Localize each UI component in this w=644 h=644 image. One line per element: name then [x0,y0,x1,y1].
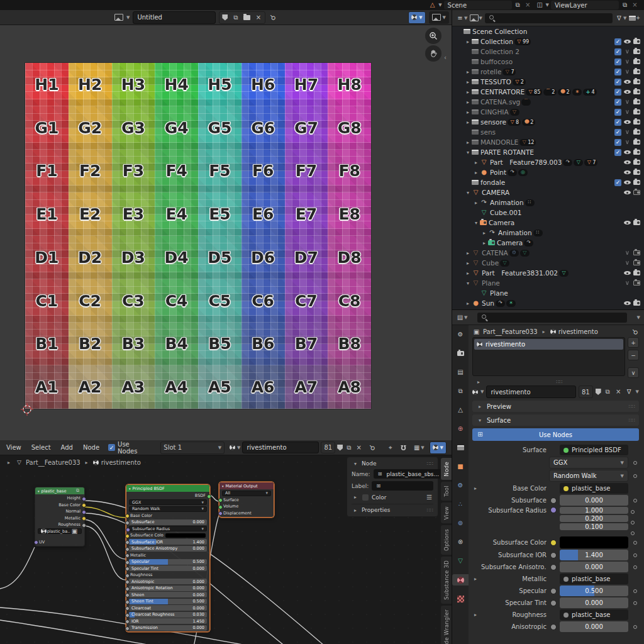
outliner-row[interactable]: ▸●Point↷◎ [452,167,644,177]
tab-view-layer[interactable]: ⧉ [453,386,467,397]
outliner-row[interactable]: sens✓∨ [452,127,644,137]
tab-texture[interactable] [453,593,467,604]
node-label-field[interactable]: ⊞ [372,481,433,491]
grip-icon[interactable]: ∷∷ [629,404,635,409]
tab-node-wrangler[interactable]: Node Wrangler [441,606,452,644]
outliner-row[interactable]: ▸↷Animation∷ [452,197,644,208]
outliner-row[interactable]: Scene Collection [452,26,644,36]
node-principled-bsdf[interactable]: ▾Principled BSDFBSDFGGX▾Random Walk▾Base… [126,484,210,632]
node-name-field[interactable]: ⊞ plastic_base_sbs... [374,469,442,479]
chevron-down-icon[interactable]: ▾ [464,150,472,155]
node-socket[interactable] [125,534,130,538]
number-field[interactable]: 0.000 [560,597,628,608]
copy-icon[interactable]: ⧉ [604,388,612,396]
grip-icon[interactable]: ∷∷ [556,379,562,385]
eye-closed-icon[interactable]: ∨ [623,98,631,106]
eye-icon[interactable] [624,301,631,306]
node-socket[interactable] [125,580,130,584]
checkbox-checked-icon[interactable]: ✓ [614,48,621,55]
camera-restrict-icon[interactable] [633,270,640,275]
tab-options[interactable]: Options [441,525,452,555]
number-field[interactable]: 0.100 [560,523,628,530]
scene-selector[interactable]: △ ▼ Scene ⧉ × [428,1,531,9]
chevron-right-icon[interactable]: ▸ [464,109,472,115]
new-collection-button[interactable]: + [629,15,640,21]
zoom-button[interactable] [425,28,441,44]
color-swatch[interactable] [165,533,206,538]
tab-tool[interactable]: ⚙ [453,329,467,340]
node-number[interactable]: Sheen0.000 [129,592,207,597]
node-dropdown[interactable]: All▾ [222,491,271,496]
viewlayer-selector[interactable]: ◫ ▼ ViewLayer ⧉ × [536,1,639,9]
anim-dot[interactable] [633,565,637,569]
node-socket[interactable] [82,510,86,514]
list-icon[interactable]: ☰ [425,493,433,501]
eye-closed-icon[interactable]: ∨ [623,48,631,56]
eye-icon[interactable] [624,90,631,94]
number-field[interactable]: 0.000 [560,562,628,572]
node-panel-header[interactable]: ▾ Node [352,460,377,467]
tab-render[interactable] [453,348,467,359]
node-number[interactable]: Anisotropic Rotation0.000 [129,586,207,591]
close-icon[interactable]: × [254,13,262,21]
tab-node[interactable]: Node [441,458,452,480]
socket-toggle[interactable] [549,507,557,513]
tab-tool[interactable]: Tool [441,482,452,501]
eye-closed-icon[interactable]: ∨ [623,279,631,287]
outliner-row[interactable]: ▽Plane [452,288,644,298]
node-socket[interactable] [125,606,130,611]
anim-dot[interactable] [631,510,635,514]
chevron-right-icon[interactable]: ▸ [464,301,472,306]
users-count[interactable]: 81 [579,386,593,398]
image-icon[interactable] [114,14,123,21]
filter-dropdown[interactable]: ∇▼ [615,14,626,22]
eye-icon[interactable] [624,40,631,44]
node-socket[interactable] [218,498,223,502]
eye-icon[interactable] [624,160,631,165]
node-plastic-base[interactable]: ▾plastic_base⧉HeightBase ColorNormalMeta… [35,487,85,547]
tab-substance-3d[interactable]: Substance 3D [441,557,452,604]
close-icon[interactable]: × [614,388,623,396]
dropdown-field[interactable]: GGX▼ [549,457,628,469]
eye-closed-icon[interactable]: ∨ [623,58,631,66]
node-slider[interactable]: Sheen Tint0.500 [129,599,207,604]
fake-user-icon[interactable] [596,389,601,395]
socket-toggle[interactable] [549,624,557,630]
eye-icon[interactable] [624,170,631,175]
dropdown-field[interactable]: Random Walk▼ [549,470,628,482]
grip-icon[interactable]: ∷∷ [629,418,635,423]
outliner-row[interactable]: ▾Camera [452,218,644,228]
copy-icon[interactable]: ⧉ [514,1,522,9]
menu-add[interactable]: Add [60,444,74,451]
remove-slot-button[interactable]: − [628,350,639,360]
eye-icon[interactable] [624,150,631,155]
outliner-row[interactable]: ▾▽Plane∨ [452,278,644,288]
node-socket[interactable] [125,560,130,565]
camera-restrict-icon[interactable] [633,150,640,155]
node-socket[interactable] [82,497,86,501]
chevron-right-icon[interactable]: ▸ [464,69,472,75]
pin-icon[interactable]: ⚲ [629,326,640,337]
node-dropdown[interactable]: Random Walk▾ [129,506,207,512]
eye-closed-icon[interactable]: ∨ [623,128,631,136]
copy-icon[interactable]: ⧉ [231,13,240,21]
tab-view[interactable]: View [441,502,452,523]
outliner-row[interactable]: ▸CATENA.svg⌒✓∨ [452,97,644,107]
pin-icon[interactable]: ⚲ [267,11,279,23]
close-icon[interactable]: × [524,1,532,9]
material-name-field[interactable]: rivestimento [486,386,575,398]
socket-toggle[interactable] [549,588,557,594]
outliner-row[interactable]: ▸sensore▽8☻2✓ [452,117,644,127]
magnet-icon[interactable]: Ω [399,443,408,452]
close-icon[interactable]: × [631,1,639,9]
checkbox-checked-icon[interactable]: ✓ [614,89,621,96]
panel-header-surface[interactable]: ▾Surface∷∷ [472,414,639,426]
display-mode-dropdown[interactable]: ≡▼ [456,14,467,22]
checkbox-checked-icon[interactable]: ✓ [614,38,621,45]
tab-particles[interactable]: ∴ [453,499,467,510]
socket-toggle[interactable] [549,497,557,504]
checkbox-checked-icon[interactable]: ✓ [614,139,621,146]
node-header[interactable]: ▾plastic_base⧉ [35,487,84,494]
target-icon[interactable]: ⌖ [386,443,394,452]
filter-display-dropdown[interactable]: ▼ [470,14,482,21]
